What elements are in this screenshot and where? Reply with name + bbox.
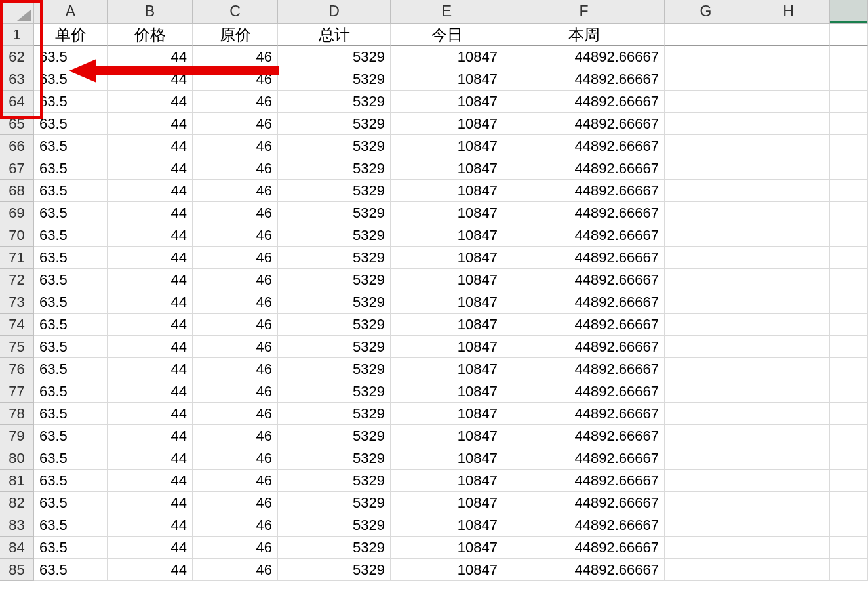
cell[interactable]: 44 (108, 314, 193, 336)
cell[interactable] (665, 358, 747, 380)
cell[interactable]: 44 (108, 403, 193, 425)
cell[interactable]: 10847 (391, 46, 503, 68)
row-header[interactable]: 65 (0, 113, 34, 135)
cell[interactable] (665, 224, 747, 247)
cell[interactable]: 63.5 (34, 135, 108, 157)
row-header[interactable]: 77 (0, 380, 34, 403)
cell[interactable] (665, 91, 747, 113)
cell[interactable]: 44892.66667 (503, 224, 665, 247)
cell[interactable] (665, 336, 747, 358)
cell[interactable]: 63.5 (34, 46, 108, 68)
cell[interactable]: 46 (193, 559, 278, 581)
cell[interactable]: 63.5 (34, 157, 108, 180)
cell[interactable]: 46 (193, 157, 278, 180)
cell[interactable]: 46 (193, 91, 278, 113)
row-header[interactable]: 64 (0, 91, 34, 113)
cell[interactable]: 44 (108, 113, 193, 135)
column-header-selected[interactable] (830, 0, 868, 24)
cell[interactable]: 44892.66667 (503, 559, 665, 581)
column-header-e[interactable]: E (391, 0, 503, 24)
cell[interactable]: 46 (193, 403, 278, 425)
row-header[interactable]: 80 (0, 447, 34, 470)
cell[interactable]: 44 (108, 559, 193, 581)
row-header[interactable]: 68 (0, 180, 34, 202)
cell[interactable]: 63.5 (34, 425, 108, 447)
cell[interactable]: 44 (108, 180, 193, 202)
cell[interactable]: 5329 (278, 46, 391, 68)
row-header[interactable]: 1 (0, 24, 34, 46)
cell[interactable] (830, 157, 868, 180)
cell[interactable]: 5329 (278, 358, 391, 380)
cell[interactable]: 46 (193, 291, 278, 314)
cell[interactable] (665, 425, 747, 447)
cell[interactable] (665, 537, 747, 559)
cell[interactable]: 5329 (278, 157, 391, 180)
cell[interactable]: 63.5 (34, 537, 108, 559)
cell[interactable] (747, 514, 830, 537)
cell[interactable]: 44892.66667 (503, 113, 665, 135)
cell[interactable] (747, 202, 830, 224)
cell[interactable]: 10847 (391, 135, 503, 157)
cell[interactable] (665, 68, 747, 91)
column-header-b[interactable]: B (108, 0, 193, 24)
cell[interactable]: 5329 (278, 336, 391, 358)
row-header[interactable]: 72 (0, 269, 34, 291)
cell[interactable]: 10847 (391, 269, 503, 291)
cell[interactable]: 63.5 (34, 559, 108, 581)
cell[interactable]: 10847 (391, 314, 503, 336)
cell[interactable]: 10847 (391, 68, 503, 91)
cell[interactable]: 5329 (278, 403, 391, 425)
cell[interactable] (747, 180, 830, 202)
cell[interactable] (747, 403, 830, 425)
cell[interactable] (665, 447, 747, 470)
row-header[interactable]: 69 (0, 202, 34, 224)
cell[interactable]: 5329 (278, 425, 391, 447)
cell[interactable]: 44 (108, 425, 193, 447)
row-header[interactable]: 83 (0, 514, 34, 537)
cell[interactable] (830, 492, 868, 514)
cell[interactable]: 今日 (391, 24, 503, 46)
cell[interactable]: 5329 (278, 247, 391, 269)
row-header[interactable]: 82 (0, 492, 34, 514)
cell[interactable]: 单价 (34, 24, 108, 46)
cell[interactable]: 44 (108, 91, 193, 113)
cell[interactable]: 10847 (391, 291, 503, 314)
row-header[interactable]: 75 (0, 336, 34, 358)
cell[interactable]: 44 (108, 492, 193, 514)
cell[interactable]: 5329 (278, 447, 391, 470)
cell[interactable]: 44892.66667 (503, 314, 665, 336)
cell[interactable] (747, 559, 830, 581)
cell[interactable]: 44 (108, 291, 193, 314)
cell[interactable]: 5329 (278, 269, 391, 291)
cell[interactable]: 46 (193, 492, 278, 514)
cell[interactable]: 46 (193, 336, 278, 358)
cell[interactable]: 46 (193, 46, 278, 68)
cell[interactable] (830, 425, 868, 447)
cell[interactable]: 44892.66667 (503, 157, 665, 180)
cell[interactable] (665, 24, 747, 46)
cell[interactable] (747, 291, 830, 314)
cell[interactable] (747, 113, 830, 135)
cell[interactable]: 5329 (278, 492, 391, 514)
cell[interactable]: 5329 (278, 91, 391, 113)
cell[interactable]: 63.5 (34, 447, 108, 470)
row-header[interactable]: 63 (0, 68, 34, 91)
cell[interactable] (747, 314, 830, 336)
cell[interactable] (747, 224, 830, 247)
cell[interactable]: 10847 (391, 157, 503, 180)
cell[interactable]: 63.5 (34, 403, 108, 425)
cell[interactable]: 44 (108, 269, 193, 291)
cell[interactable] (830, 135, 868, 157)
cell[interactable]: 10847 (391, 247, 503, 269)
cell[interactable]: 46 (193, 202, 278, 224)
cell[interactable]: 46 (193, 269, 278, 291)
cell[interactable] (830, 559, 868, 581)
cell[interactable] (830, 113, 868, 135)
row-header[interactable]: 76 (0, 358, 34, 380)
cell[interactable]: 5329 (278, 135, 391, 157)
cell[interactable] (747, 269, 830, 291)
cell[interactable] (747, 492, 830, 514)
cell[interactable] (747, 336, 830, 358)
cell[interactable]: 44892.66667 (503, 425, 665, 447)
cell[interactable] (830, 380, 868, 403)
